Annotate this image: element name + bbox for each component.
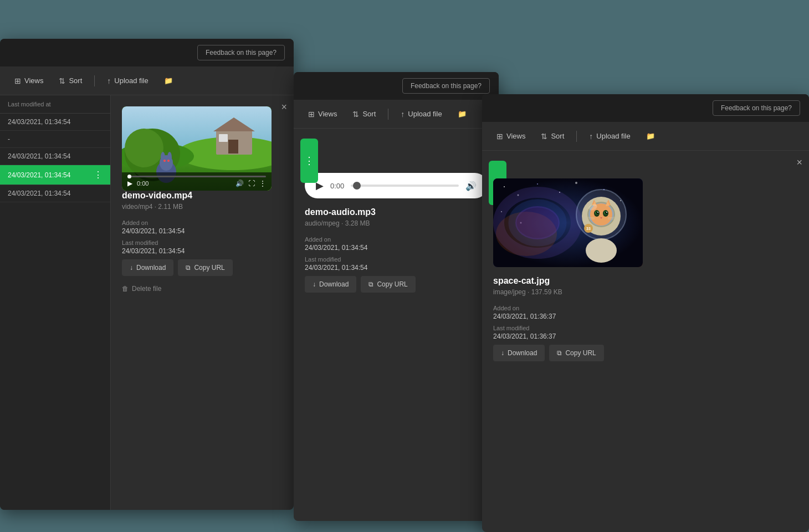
added-label-1: Added on	[122, 219, 283, 226]
sort-label-1: Sort	[69, 76, 82, 85]
sort-button-1[interactable]: ⇅ Sort	[53, 73, 88, 89]
views-icon-3: ⊞	[496, 132, 503, 141]
download-button-1[interactable]: ↓ Download	[122, 259, 173, 276]
video-volume-button[interactable]: 🔊	[235, 180, 244, 187]
views-label-3: Views	[506, 132, 525, 140]
sidebar-1: Last modified at 24/03/2021, 01:34:54 - …	[0, 95, 111, 510]
modified-label-3: Last modified	[493, 325, 798, 331]
added-label-3: Added on	[493, 305, 798, 311]
video-fullscreen-button[interactable]: ⛶	[248, 180, 255, 187]
added-date-3: 24/03/2021, 01:36:37	[493, 313, 798, 320]
toolbar-2: ⊞ Views ⇅ Sort ↑ Upload file 📁	[294, 100, 499, 129]
copy-url-button-1[interactable]: ⧉ Copy URL	[178, 259, 232, 276]
views-button-1[interactable]: ⊞ Views	[9, 73, 49, 89]
sort-label-3: Sort	[551, 132, 564, 140]
close-button-1[interactable]: ×	[281, 102, 287, 112]
panel-body-1: Last modified at 24/03/2021, 01:34:54 - …	[0, 95, 294, 510]
video-time: 0:00	[137, 180, 149, 187]
copy-url-button-2[interactable]: ⧉ Copy URL	[361, 276, 415, 293]
modified-label-2: Last modified	[305, 256, 488, 263]
added-date-1: 24/03/2021, 01:34:54	[122, 227, 283, 235]
download-label-2: Download	[319, 280, 349, 288]
views-label-2: Views	[318, 110, 337, 118]
upload-button-1[interactable]: ↑ Upload file	[101, 73, 153, 89]
action-buttons-3: ↓ Download ⧉ Copy URL	[493, 345, 798, 361]
sort-button-2[interactable]: ⇅ Sort	[347, 106, 381, 122]
copy-icon-1: ⧉	[186, 264, 191, 272]
sidebar-row-4[interactable]: 24/03/2021, 01:34:54	[0, 185, 110, 202]
menu-dot-button-2[interactable]: ⋮	[300, 139, 318, 183]
file-name-2: demo-audio.mp3	[305, 207, 488, 217]
toolbar-divider-2	[388, 109, 388, 120]
top-spacer-2	[305, 140, 488, 173]
toolbar-divider-3	[576, 131, 577, 142]
panel-image: Feedback on this page? ⊞ Views ⇅ Sort ↑ …	[482, 94, 809, 532]
audio-time: 0:00	[330, 182, 344, 190]
row-more-icon-3[interactable]: ⋮	[94, 170, 103, 180]
views-icon-1: ⊞	[14, 76, 21, 85]
video-play-button[interactable]: ▶	[127, 180, 132, 187]
modified-date-1: 24/03/2021, 01:34:54	[122, 247, 283, 255]
sidebar-row-2[interactable]: 24/03/2021, 01:34:54	[0, 148, 110, 165]
feedback-button-3[interactable]: Feedback on this page?	[713, 100, 800, 116]
audio-volume-icon[interactable]: 🔊	[465, 181, 477, 191]
panel-body-2: × ⋮ ▶ 0:00 🔊 demo-audio.mp3 audio/mpeg ·…	[294, 129, 499, 521]
delete-button-1[interactable]: 🗑 Delete file	[122, 283, 161, 295]
sidebar-row-date-1: -	[8, 135, 10, 143]
views-button-3[interactable]: ⊞ Views	[491, 129, 531, 144]
upload-icon-1: ↑	[107, 76, 111, 85]
folder-add-icon-1: 📁	[164, 76, 173, 85]
svg-point-20	[537, 183, 538, 185]
audio-progress-handle[interactable]	[353, 182, 361, 190]
file-meta-2: audio/mpeg · 3.28 MB	[305, 219, 488, 227]
upload-label-2: Upload file	[408, 110, 442, 118]
svg-point-10	[125, 129, 163, 167]
sidebar-row-1[interactable]: -	[0, 131, 110, 148]
download-button-3[interactable]: ↓ Download	[493, 345, 545, 361]
download-button-2[interactable]: ↓ Download	[305, 276, 356, 293]
modified-date-3: 24/03/2021, 01:36:37	[493, 332, 798, 340]
folder-add-button-3[interactable]: 📁	[641, 129, 660, 144]
download-label-1: Download	[136, 264, 166, 272]
views-label-1: Views	[24, 76, 43, 85]
folder-add-button-2[interactable]: 📁	[452, 106, 472, 121]
sidebar-row-0[interactable]: 24/03/2021, 01:34:54	[0, 114, 110, 131]
views-button-2[interactable]: ⊞ Views	[303, 106, 342, 122]
svg-point-46	[597, 212, 598, 213]
svg-rect-7	[219, 134, 228, 142]
close-button-3[interactable]: ×	[796, 157, 802, 167]
upload-button-2[interactable]: ↑ Upload file	[395, 106, 447, 122]
video-progress-bar[interactable]	[127, 176, 266, 177]
top-bar-2: Feedback on this page?	[294, 72, 499, 100]
sort-icon-1: ⇅	[59, 76, 65, 85]
video-more-button[interactable]: ⋮	[259, 180, 266, 187]
svg-rect-6	[228, 140, 238, 154]
panel-audio: Feedback on this page? ⊞ Views ⇅ Sort ↑ …	[294, 72, 499, 521]
sidebar-row-date-2: 24/03/2021, 01:34:54	[8, 152, 70, 160]
feedback-button-2[interactable]: Feedback on this page?	[402, 78, 490, 94]
sidebar-row-3[interactable]: 24/03/2021, 01:34:54 ⋮	[0, 165, 110, 185]
copy-url-button-3[interactable]: ⧉ Copy URL	[549, 345, 603, 361]
svg-point-30	[515, 206, 560, 239]
svg-point-22	[575, 182, 577, 184]
download-label-3: Download	[508, 349, 537, 357]
toolbar-1: ⊞ Views ⇅ Sort ↑ Upload file 📁	[0, 66, 294, 95]
sort-label-2: Sort	[362, 110, 376, 118]
feedback-button-1[interactable]: Feedback on this page?	[197, 45, 285, 60]
download-icon-1: ↓	[130, 264, 133, 272]
trash-icon-1: 🗑	[122, 285, 129, 293]
panel-body-3: × ⋮	[482, 151, 809, 532]
sidebar-row-date-4: 24/03/2021, 01:34:54	[8, 190, 70, 197]
sidebar-header-1: Last modified at	[0, 95, 110, 114]
download-icon-3: ↓	[501, 349, 504, 357]
action-buttons-2: ↓ Download ⧉ Copy URL	[305, 276, 488, 293]
audio-progress-bar[interactable]	[351, 185, 459, 187]
sidebar-row-date-0: 24/03/2021, 01:34:54	[8, 118, 70, 126]
copy-icon-2: ⧉	[368, 280, 373, 288]
upload-button-3[interactable]: ↑ Upload file	[583, 129, 636, 144]
folder-add-button-1[interactable]: 📁	[158, 73, 178, 88]
sort-button-3[interactable]: ⇅ Sort	[535, 129, 570, 144]
svg-text:33: 33	[586, 227, 591, 231]
video-btn-row: ▶ 0:00 🔊 ⛶ ⋮	[127, 180, 266, 187]
video-progress-handle[interactable]	[127, 175, 131, 178]
